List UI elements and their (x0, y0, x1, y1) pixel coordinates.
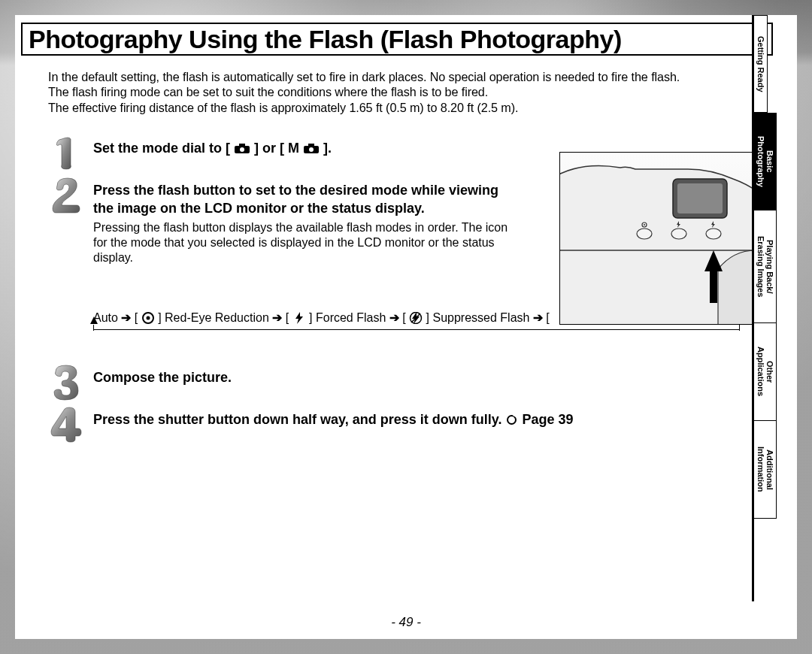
tab-other-applications[interactable]: OtherApplications (754, 323, 777, 421)
section-tabs: Getting Ready BasicPhotography Playing B… (752, 15, 788, 601)
step-2-body: Press the flash button to set to the des… (93, 177, 514, 266)
svg-point-16 (644, 224, 645, 226)
step-4-body: Press the shutter button down half way, … (93, 406, 762, 428)
up-arrow-icon (90, 316, 98, 324)
step-2-title: Press the flash button to set to the des… (93, 181, 514, 218)
page-title-box: Photography Using the Flash (Flash Photo… (21, 23, 773, 56)
intro-block: In the default setting, the flash is aut… (48, 69, 762, 115)
svg-point-5 (309, 147, 314, 152)
svg-point-7 (146, 316, 150, 320)
tab-additional-info[interactable]: AdditionalInformation (754, 421, 777, 519)
tab-basic-photography[interactable]: BasicPhotography (754, 113, 777, 210)
tab-playing-back[interactable]: Playing Back/Erasing Images (754, 210, 777, 323)
svg-point-13 (671, 229, 686, 239)
svg-point-12 (637, 229, 652, 239)
step-3-body: Compose the picture. (93, 364, 762, 386)
svg-rect-4 (308, 144, 314, 147)
step-4: Press the shutter button down half way, … (48, 406, 762, 444)
flash-icon (292, 312, 306, 324)
step-3-number (48, 364, 93, 401)
intro-p2: The flash firing mode can be set to suit… (48, 84, 762, 99)
svg-point-2 (240, 147, 244, 152)
intro-p3: The effective firing distance of the fla… (48, 100, 762, 115)
no-flash-icon (409, 312, 423, 324)
svg-rect-1 (239, 144, 245, 147)
svg-rect-11 (677, 183, 723, 213)
page-title: Photography Using the Flash (Flash Photo… (29, 25, 622, 54)
step-1-number (48, 135, 93, 172)
cross-ref-icon (505, 412, 518, 427)
page-number: - 49 - (15, 615, 797, 630)
step-2-sub: Pressing the flash button displays the a… (93, 220, 514, 265)
camera-illustration (559, 152, 770, 325)
flash-cycle-bar (93, 328, 740, 341)
step-3: Compose the picture. (48, 364, 762, 401)
camera-icon (303, 141, 320, 151)
svg-point-14 (706, 229, 721, 239)
redeye-icon (141, 312, 155, 324)
intro-p1: In the default setting, the flash is aut… (48, 69, 762, 84)
tab-getting-ready[interactable]: Getting Ready (754, 15, 768, 113)
camera-icon (234, 141, 250, 151)
step-4-number (48, 406, 93, 444)
step-2-number (48, 177, 93, 214)
page: Photography Using the Flash (Flash Photo… (15, 15, 797, 639)
